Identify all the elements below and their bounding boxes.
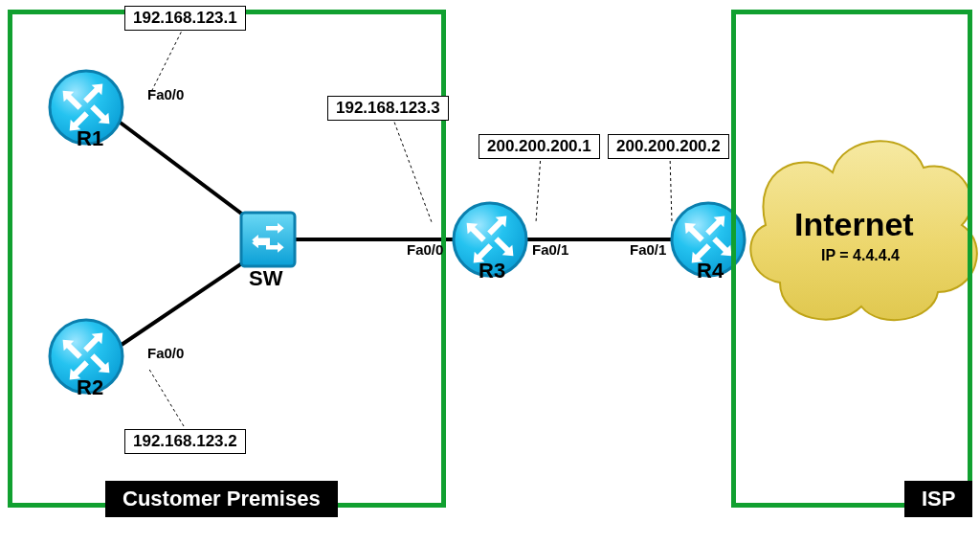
svg-line-9	[536, 155, 541, 222]
r1-label: R1	[77, 126, 103, 151]
r2-port: Fa0/0	[147, 345, 184, 361]
customer-zone-label: Customer Premises	[105, 481, 338, 517]
isp-zone-label: ISP	[904, 481, 972, 517]
sw-label: SW	[249, 266, 282, 291]
internet-ip: IP = 4.4.4.4	[821, 247, 900, 264]
r3-wan-ip: 200.200.200.1	[479, 134, 600, 159]
r4-wan-ip: 200.200.200.2	[608, 134, 729, 159]
internet-label: Internet	[794, 206, 914, 243]
r1-ip: 192.168.123.1	[124, 6, 246, 31]
r3-label: R3	[479, 259, 505, 283]
r3-port-wan: Fa0/1	[532, 241, 568, 258]
svg-line-10	[670, 155, 672, 222]
r4-port-wan: Fa0/1	[630, 241, 666, 258]
r1-port: Fa0/0	[147, 86, 184, 102]
r2-ip: 192.168.123.2	[124, 429, 246, 454]
r4-label: R4	[697, 259, 724, 283]
r2-label: R2	[77, 375, 103, 400]
r3-lan-ip: 192.168.123.3	[327, 96, 449, 121]
r3-port-lan: Fa0/0	[407, 241, 443, 258]
